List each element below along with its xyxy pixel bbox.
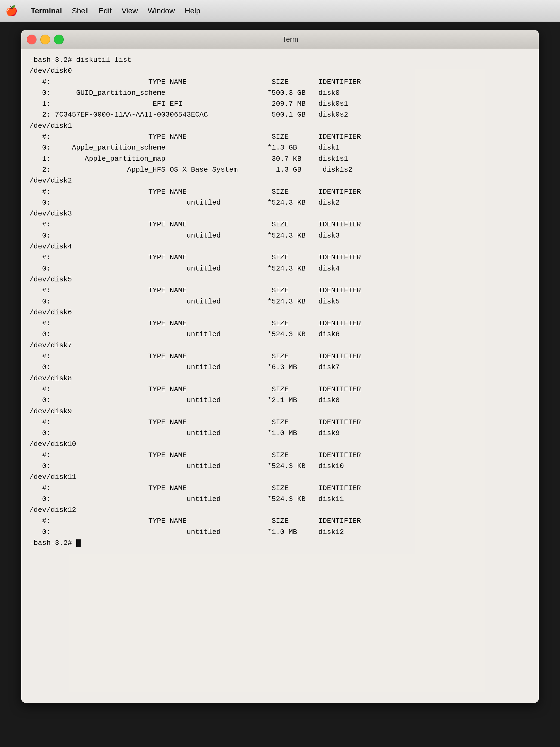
menubar-edit[interactable]: Edit xyxy=(94,0,116,22)
minimize-button[interactable] xyxy=(40,34,50,44)
maximize-button[interactable] xyxy=(54,34,64,44)
close-button[interactable] xyxy=(27,34,36,44)
terminal-cursor xyxy=(76,539,81,547)
terminal-output: -bash-3.2# diskutil list /dev/disk0 #: T… xyxy=(29,54,531,548)
menubar-view[interactable]: View xyxy=(116,0,143,22)
apple-menu-icon[interactable]: 🍎 xyxy=(5,5,18,17)
menubar: 🍎 Terminal Shell Edit View Window Help xyxy=(0,0,560,22)
window-titlebar: Term xyxy=(21,30,539,49)
terminal-content[interactable]: -bash-3.2# diskutil list /dev/disk0 #: T… xyxy=(21,49,539,703)
window-title: Term xyxy=(283,35,320,44)
traffic-lights xyxy=(27,34,64,44)
terminal-window: Term -bash-3.2# diskutil list /dev/disk0… xyxy=(21,30,539,703)
menubar-window[interactable]: Window xyxy=(143,0,180,22)
menubar-terminal[interactable]: Terminal xyxy=(26,0,67,22)
menubar-shell[interactable]: Shell xyxy=(67,0,94,22)
menubar-help[interactable]: Help xyxy=(180,0,205,22)
